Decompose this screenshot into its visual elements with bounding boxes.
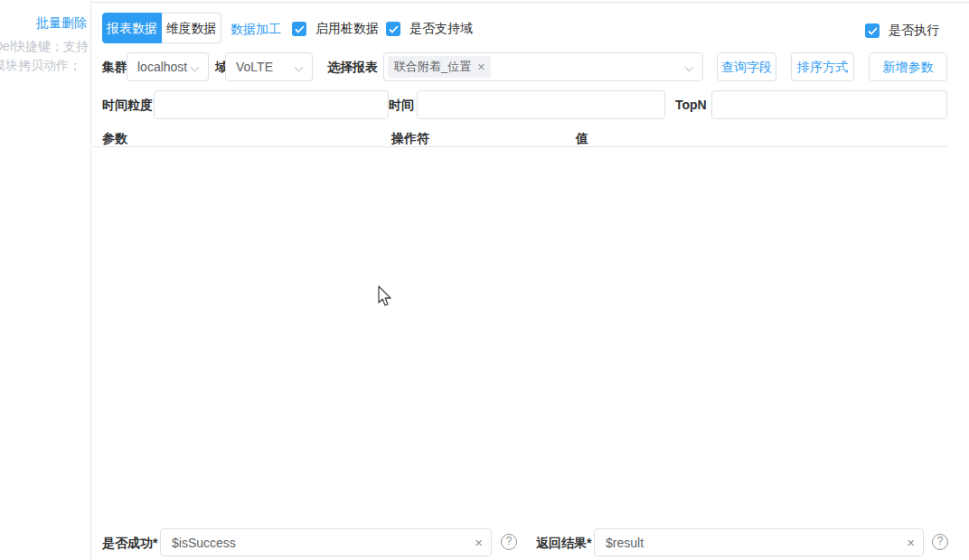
data-tabs: 报表数据 维度数据 [102,13,221,43]
enable-stub-data-label: 启用桩数据 [315,21,379,37]
value-column-header: 值 [576,131,588,147]
support-domain-label: 是否支持域 [409,21,473,37]
result-field: × [594,528,924,556]
clear-icon[interactable]: × [475,535,483,551]
chevron-down-icon [191,63,200,72]
success-input[interactable] [161,529,491,555]
query-fields-button[interactable]: 查询字段 [717,52,776,81]
clear-icon[interactable]: × [907,535,915,551]
add-param-button[interactable]: 新增参数 [869,52,947,81]
enable-stub-data-checkbox-group: 启用桩数据 [292,21,379,37]
report-select-label: 选择报表 [327,60,378,76]
topn-label: TopN [675,98,707,112]
time-input[interactable] [418,91,664,118]
left-sidebar: 批量删除 Del快捷键；支持 模块拷贝动作； [0,0,91,560]
cluster-select-value: localhost [137,60,187,74]
enable-stub-data-checkbox[interactable] [292,22,306,36]
sidebar-hint-line2: 模块拷贝动作； [0,58,81,74]
sort-mode-button[interactable]: 排序方式 [791,52,854,81]
result-help-icon[interactable]: ? [932,534,948,550]
table-header-divider [93,146,947,147]
tab-dimension-data[interactable]: 维度数据 [162,13,221,43]
selected-report-tag-text: 联合附着_位置 [394,59,471,75]
report-select[interactable]: 联合附着_位置 × [383,52,703,81]
batch-delete-link[interactable]: 批量删除 [0,15,87,32]
success-field: × [160,528,492,556]
remove-tag-icon[interactable]: × [477,61,484,73]
chevron-down-icon [295,63,304,72]
support-domain-checkbox[interactable] [386,22,400,36]
execute-label: 是否执行 [889,23,939,39]
sidebar-hint-line1: Del快捷键；支持 [0,39,89,55]
check-icon [295,25,305,33]
execute-checkbox[interactable] [865,23,880,38]
chevron-down-icon [685,63,694,72]
time-granularity-input[interactable] [155,91,388,118]
panel-top-divider [91,2,969,3]
time-label: 时间 [389,98,414,114]
param-column-header: 参数 [102,131,127,147]
domain-select[interactable]: VoLTE [225,52,313,81]
domain-select-value: VoLTE [236,60,273,74]
result-label: 返回结果* [536,536,591,552]
cluster-label: 集群 [102,60,127,76]
operator-column-header: 操作符 [391,131,429,147]
mouse-cursor [377,285,395,309]
time-field [417,90,665,119]
tab-report-data[interactable]: 报表数据 [102,13,162,43]
result-input[interactable] [595,529,923,555]
execute-checkbox-group: 是否执行 [865,23,939,39]
time-granularity-field [154,90,389,119]
success-label: 是否成功* [102,536,157,552]
topn-field [711,90,947,119]
topn-input[interactable] [712,91,946,118]
check-icon [868,27,878,35]
check-icon [389,25,399,33]
report-config-page: 批量删除 Del快捷键；支持 模块拷贝动作； 报表数据 维度数据 数据加工 启用… [0,0,969,560]
support-domain-checkbox-group: 是否支持域 [386,21,473,37]
selected-report-tag: 联合附着_位置 × [388,56,491,78]
time-granularity-label: 时间粒度 [102,98,153,114]
data-processing-link[interactable]: 数据加工 [230,22,281,38]
success-help-icon[interactable]: ? [501,534,517,550]
cluster-select[interactable]: localhost [127,52,209,81]
